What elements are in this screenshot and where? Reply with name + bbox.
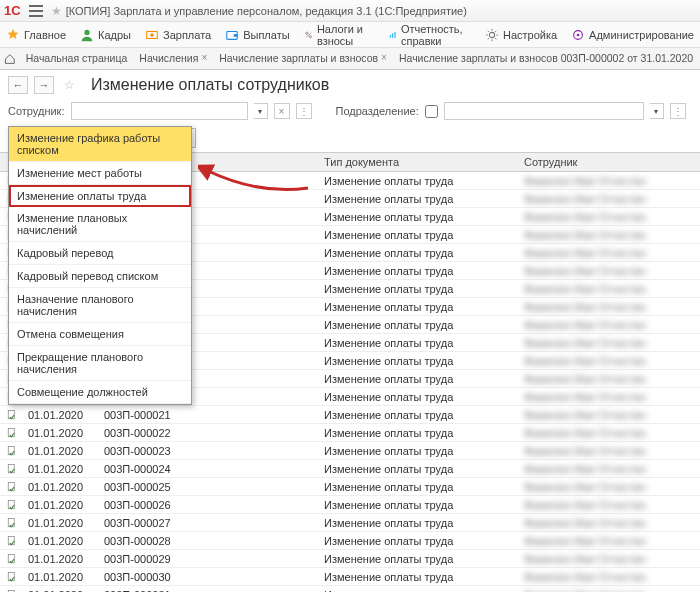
column-type[interactable]: Тип документа: [324, 156, 524, 168]
document-icon: [6, 571, 18, 583]
create-dropdown: Изменение графика работы спискомИзменени…: [8, 126, 192, 405]
person-icon: [80, 28, 94, 42]
dropdown-item[interactable]: Изменение графика работы списком: [9, 127, 191, 162]
svg-point-6: [309, 35, 311, 37]
window-title: [КОПИЯ] Зарплата и управление персоналом…: [66, 5, 467, 17]
document-icon: [6, 589, 18, 593]
department-filter-input[interactable]: [444, 102, 644, 120]
svg-rect-10: [394, 32, 395, 38]
menu-gear[interactable]: Настройка: [485, 28, 557, 42]
svg-rect-8: [389, 35, 390, 38]
table-row[interactable]: 01.01.2020003П-000023Изменение оплаты тр…: [0, 442, 700, 460]
table-row[interactable]: 01.01.2020003П-000024Изменение оплаты тр…: [0, 460, 700, 478]
employee-filter-input[interactable]: [71, 102, 248, 120]
employee-filter-dropdown[interactable]: ▾: [254, 103, 268, 119]
svg-rect-32: [8, 446, 14, 454]
menu-admin[interactable]: Администрирование: [571, 28, 694, 42]
svg-rect-4: [234, 34, 238, 37]
table-row[interactable]: 01.01.2020003П-000022Изменение оплаты тр…: [0, 424, 700, 442]
dropdown-item[interactable]: Назначение планового начисления: [9, 288, 191, 323]
svg-rect-34: [8, 482, 14, 490]
svg-rect-37: [8, 536, 14, 544]
menu-money[interactable]: Зарплата: [145, 28, 211, 42]
back-button[interactable]: ←: [8, 76, 28, 94]
document-icon: [6, 427, 18, 439]
employee-filter-label: Сотрудник:: [8, 105, 65, 117]
tab-strip: Начальная страницаНачисления×Начисление …: [0, 48, 700, 70]
menu-chart[interactable]: Отчетность, справки: [388, 23, 471, 47]
dropdown-item[interactable]: Прекращение планового начисления: [9, 346, 191, 381]
close-icon[interactable]: ×: [201, 52, 207, 63]
employee-filter-clear[interactable]: ×: [274, 103, 290, 119]
admin-icon: [571, 28, 585, 42]
forward-button[interactable]: →: [34, 76, 54, 94]
dropdown-item[interactable]: Отмена совмещения: [9, 323, 191, 346]
money-icon: [145, 28, 159, 42]
tab[interactable]: Начисления×: [133, 49, 213, 69]
tab[interactable]: Начисление зарплаты и взносов×: [213, 49, 393, 69]
percent-icon: [304, 28, 313, 42]
svg-point-2: [150, 33, 154, 37]
titlebar: 1C ★ [КОПИЯ] Зарплата и управление персо…: [0, 0, 700, 22]
menu-person[interactable]: Кадры: [80, 28, 131, 42]
star-icon: [6, 28, 20, 42]
burger-icon[interactable]: [29, 5, 43, 17]
main-menu: ГлавноеКадрыЗарплатаВыплатыНалоги и взно…: [0, 22, 700, 48]
favorite-icon[interactable]: ☆: [64, 78, 75, 92]
table-row[interactable]: 01.01.2020003П-000026Изменение оплаты тр…: [0, 496, 700, 514]
svg-rect-31: [8, 428, 14, 436]
svg-rect-36: [8, 518, 14, 526]
svg-rect-9: [392, 33, 393, 38]
dropdown-item[interactable]: Кадровый перевод списком: [9, 265, 191, 288]
column-employee[interactable]: Сотрудник: [524, 156, 700, 168]
menu-wallet[interactable]: Выплаты: [225, 28, 289, 42]
logo-1c: 1C: [4, 3, 21, 18]
table-row[interactable]: 01.01.2020003П-000025Изменение оплаты тр…: [0, 478, 700, 496]
document-icon: [6, 481, 18, 493]
document-icon: [6, 499, 18, 511]
department-filter-dropdown[interactable]: ▾: [650, 103, 664, 119]
svg-rect-38: [8, 554, 14, 562]
star-icon[interactable]: ★: [51, 4, 62, 18]
home-icon[interactable]: [4, 52, 16, 66]
table-row[interactable]: 01.01.2020003П-000028Изменение оплаты тр…: [0, 532, 700, 550]
document-icon: [6, 463, 18, 475]
close-icon[interactable]: ×: [381, 52, 387, 63]
menu-percent[interactable]: Налоги и взносы: [304, 23, 374, 47]
svg-rect-39: [8, 572, 14, 580]
chart-icon: [388, 28, 397, 42]
menu-star[interactable]: Главное: [6, 28, 66, 42]
svg-rect-35: [8, 500, 14, 508]
dropdown-item[interactable]: Изменение оплаты труда: [9, 185, 191, 207]
table-row[interactable]: 01.01.2020003П-000031Изменение оплаты тр…: [0, 586, 700, 592]
employee-filter-more[interactable]: ⋮: [296, 103, 312, 119]
department-filter-label: Подразделение:: [336, 105, 419, 117]
document-icon: [6, 409, 18, 421]
svg-line-7: [306, 32, 311, 37]
document-icon: [6, 445, 18, 457]
annotation-arrow: [198, 160, 318, 200]
tab[interactable]: Начисление зарплаты и взносов 003П-00000…: [393, 49, 696, 69]
page-title: Изменение оплаты сотрудников: [91, 76, 329, 94]
svg-point-13: [577, 33, 580, 36]
tab[interactable]: Начальная страница: [20, 49, 134, 69]
department-filter-more[interactable]: ⋮: [670, 103, 686, 119]
table-row[interactable]: 01.01.2020003П-000021Изменение оплаты тр…: [0, 406, 700, 424]
svg-point-0: [84, 29, 89, 34]
table-row[interactable]: 01.01.2020003П-000030Изменение оплаты тр…: [0, 568, 700, 586]
svg-point-11: [489, 32, 494, 37]
page-header: ← → ☆ Изменение оплаты сотрудников: [0, 70, 700, 100]
table-row[interactable]: 01.01.2020003П-000029Изменение оплаты тр…: [0, 550, 700, 568]
dropdown-item[interactable]: Изменение мест работы: [9, 162, 191, 185]
table-row[interactable]: 01.01.2020003П-000027Изменение оплаты тр…: [0, 514, 700, 532]
svg-point-5: [305, 32, 307, 34]
wallet-icon: [225, 28, 239, 42]
svg-rect-33: [8, 464, 14, 472]
document-icon: [6, 517, 18, 529]
svg-rect-30: [8, 410, 14, 418]
dropdown-item[interactable]: Изменение плановых начислений: [9, 207, 191, 242]
document-icon: [6, 553, 18, 565]
dropdown-item[interactable]: Совмещение должностей: [9, 381, 191, 404]
department-filter-checkbox[interactable]: [425, 105, 438, 118]
dropdown-item[interactable]: Кадровый перевод: [9, 242, 191, 265]
